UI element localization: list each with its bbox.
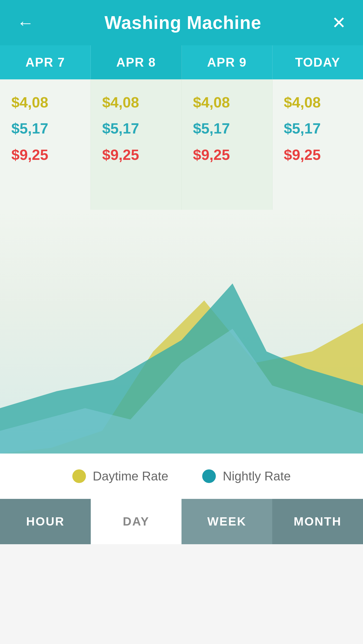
nightly-dot — [202, 469, 216, 483]
price-red-1: $9,25 — [11, 146, 79, 164]
page-title: Washing Machine — [104, 12, 261, 33]
tab-apr7[interactable]: APR 7 — [0, 45, 91, 79]
legend: Daytime Rate Nightly Rate — [0, 454, 363, 499]
legend-nightly: Nightly Rate — [202, 469, 291, 483]
data-col-4: $4,08 $5,17 $9,25 — [273, 79, 363, 210]
legend-daytime: Daytime Rate — [72, 469, 168, 483]
data-grid: $4,08 $5,17 $9,25 $4,08 $5,17 $9,25 $4,0… — [0, 79, 363, 210]
chart-area — [0, 210, 363, 454]
date-tabs: APR 7 APR 8 APR 9 TODAY — [0, 45, 363, 79]
tab-week[interactable]: WEEK — [182, 499, 272, 544]
header: ← Washing Machine ✕ — [0, 0, 363, 45]
price-teal-2: $5,17 — [102, 120, 170, 137]
price-daytime-2: $4,08 — [102, 94, 170, 111]
nightly-label: Nightly Rate — [223, 469, 291, 483]
tab-day[interactable]: DAY — [91, 499, 182, 544]
back-button[interactable]: ← — [17, 13, 34, 33]
price-red-2: $9,25 — [102, 146, 170, 164]
tab-apr9[interactable]: APR 9 — [182, 45, 273, 79]
price-teal-4: $5,17 — [284, 120, 352, 137]
price-daytime-4: $4,08 — [284, 94, 352, 111]
tab-month[interactable]: MONTH — [272, 499, 363, 544]
tab-today[interactable]: TODAY — [273, 45, 363, 79]
price-red-4: $9,25 — [284, 146, 352, 164]
price-red-3: $9,25 — [193, 146, 261, 164]
close-button[interactable]: ✕ — [332, 13, 346, 33]
price-daytime-1: $4,08 — [11, 94, 79, 111]
daytime-label: Daytime Rate — [93, 469, 168, 483]
chart-svg — [0, 210, 363, 454]
data-col-2: $4,08 $5,17 $9,25 — [91, 79, 182, 210]
price-teal-1: $5,17 — [11, 120, 79, 137]
price-teal-3: $5,17 — [193, 120, 261, 137]
data-col-1: $4,08 $5,17 $9,25 — [0, 79, 91, 210]
bottom-nav: HOUR DAY WEEK MONTH — [0, 499, 363, 544]
tab-hour[interactable]: HOUR — [0, 499, 91, 544]
tab-apr8[interactable]: APR 8 — [91, 45, 182, 79]
data-col-3: $4,08 $5,17 $9,25 — [182, 79, 273, 210]
daytime-dot — [72, 469, 86, 483]
price-daytime-3: $4,08 — [193, 94, 261, 111]
